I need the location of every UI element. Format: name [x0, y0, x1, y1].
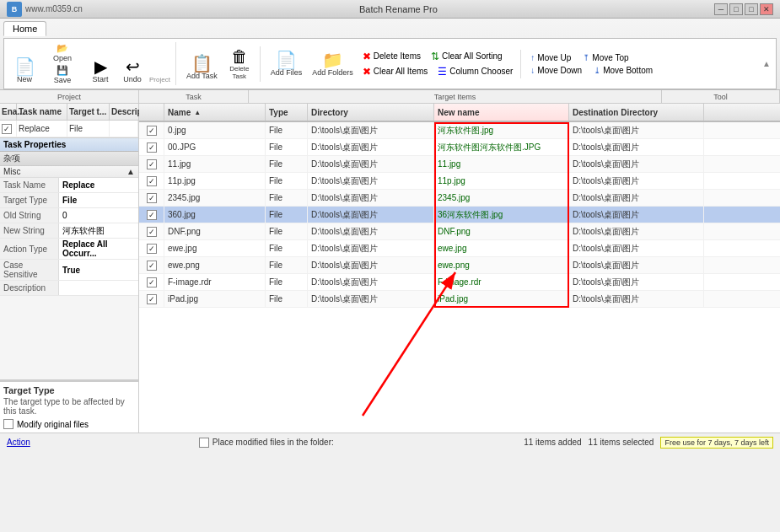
undo-icon: ↩ [126, 58, 140, 75]
target-row-1: ✖ Delete Items ⇅ Clear All Sorting [360, 50, 516, 63]
place-modified-checkbox[interactable] [199, 438, 209, 448]
delete-task-button[interactable]: 🗑 DeleteTask [224, 46, 255, 82]
file-row[interactable]: 11.jpgFileD:\tools\桌面\图片11.jpgD:\tools\桌… [139, 156, 780, 173]
file-destdir-cell: D:\tools\桌面\图片 [569, 190, 704, 206]
file-header-dir[interactable]: Directory [308, 104, 434, 121]
delete-items-label: Delete Items [374, 51, 421, 61]
file-row[interactable]: 2345.jpgFileD:\tools\桌面\图片2345.jpgD:\too… [139, 190, 780, 207]
file-row[interactable]: 00.JPGFileD:\tools\桌面\图片河东软件图河东软件图.JPGD:… [139, 139, 780, 156]
new-button[interactable]: 📄 New [9, 56, 40, 85]
title-bar: B www.m0359.cn Batch Rename Pro ─ □ □ ✕ [0, 0, 780, 19]
main-area: Ena... Task name Target t... Description… [0, 104, 780, 433]
clear-items-icon: ✖ [363, 66, 371, 78]
add-folders-button[interactable]: 📁 Add Folders [309, 50, 357, 78]
save-label: Save [54, 76, 72, 84]
section-project: Project [0, 90, 139, 103]
file-name-cell: 11.jpg [164, 156, 266, 172]
target-type-title: Target Type [3, 385, 135, 395]
file-header-destdir[interactable]: Destination Directory [569, 104, 704, 121]
prop-row-targettype: Target Type File [0, 193, 138, 208]
file-row[interactable]: DNF.pngFileD:\tools\桌面\图片DNF.pngD:\tools… [139, 223, 780, 240]
task-prop-section-misc-cn: 杂项 [0, 152, 138, 166]
file-header-newname[interactable]: New name [434, 104, 569, 121]
toolbar-scroll-right[interactable]: ▲ [762, 59, 771, 68]
move-bottom-icon: ⤓ [594, 66, 600, 75]
file-row[interactable]: ewe.jpgFileD:\tools\桌面\图片ewe.jpgD:\tools… [139, 240, 780, 257]
column-chooser-label: Column Chooser [449, 67, 513, 76]
file-row[interactable]: iPad.jpgFileD:\tools\桌面\图片iPad.jpgD:\too… [139, 291, 780, 308]
file-header-name[interactable]: Name ▲ [164, 104, 266, 121]
restore-btn[interactable]: □ [729, 3, 743, 15]
file-destdir-cell: D:\tools\桌面\图片 [569, 122, 704, 138]
task-desc-cell [110, 121, 138, 137]
prop-val-actiontype: Replace All Occurr... [59, 239, 138, 259]
file-header-check [139, 104, 164, 121]
file-destdir-cell: D:\tools\桌面\图片 [569, 240, 704, 256]
add-files-button[interactable]: 📄 Add Files [267, 50, 306, 78]
file-row[interactable]: ewe.pngFileD:\tools\桌面\图片ewe.pngD:\tools… [139, 257, 780, 274]
items-added-label: 11 items added [524, 438, 581, 447]
file-newname-cell: F-image.rdr [434, 274, 569, 290]
clear-sorting-icon: ⇅ [431, 51, 439, 62]
file-checkbox[interactable] [147, 159, 157, 169]
close-btn[interactable]: ✕ [760, 3, 773, 15]
prop-row-casesens: Case Sensitive True [0, 260, 138, 281]
file-check-cell [139, 156, 164, 172]
file-checkbox[interactable] [147, 244, 157, 254]
prop-row-oldstring: Old String 0 [0, 208, 138, 223]
file-row[interactable]: 0.jpgFileD:\tools\桌面\图片河东软件图.jpgD:\tools… [139, 122, 780, 139]
file-destdir-cell: D:\tools\桌面\图片 [569, 274, 704, 290]
task-row[interactable]: Replace File [0, 121, 138, 137]
tab-home[interactable]: Home [3, 21, 46, 36]
open-button[interactable]: 📂 Open [41, 42, 83, 63]
maximize-btn[interactable]: □ [745, 3, 758, 15]
file-checkbox[interactable] [147, 227, 157, 237]
file-checkbox[interactable] [147, 261, 157, 271]
file-header-type[interactable]: Type [266, 104, 308, 121]
file-row[interactable]: 360.jpgFileD:\tools\桌面\图片36河东软件图.jpgD:\t… [139, 207, 780, 223]
action-link[interactable]: Action [7, 438, 30, 447]
move-up-button[interactable]: ↑ Move Up [528, 52, 573, 63]
file-name-cell: 0.jpg [164, 122, 266, 138]
undo-button[interactable]: ↩ Undo [117, 56, 148, 85]
file-name-cell: DNF.png [164, 223, 266, 239]
section-target: Target Items [249, 90, 662, 103]
file-checkbox[interactable] [147, 210, 157, 220]
file-checkbox[interactable] [147, 176, 157, 186]
toolbar: Home 📄 New 📂 Open 💾 Save ▶ Start [0, 19, 780, 90]
move-top-button[interactable]: ⤒ Move Top [580, 52, 631, 63]
delete-items-button[interactable]: ✖ Delete Items [360, 50, 423, 63]
start-button[interactable]: ▶ Start [85, 56, 116, 85]
clear-all-items-button[interactable]: ✖ Clear All Items [360, 65, 430, 78]
start-icon: ▶ [94, 58, 107, 75]
window-controls: ─ □ □ ✕ [714, 3, 773, 15]
project-label: Project [149, 76, 170, 83]
place-modified-row: Place modified files in the folder: [199, 438, 334, 448]
prop-key-targettype: Target Type [0, 193, 59, 207]
prop-key-newstring: New String [0, 223, 59, 238]
file-dir-cell: D:\tools\桌面\图片 [308, 274, 434, 290]
file-checkbox[interactable] [147, 142, 157, 153]
move-down-button[interactable]: ↓ Move Down [528, 65, 584, 76]
delete-task-icon: 🗑 [231, 48, 248, 65]
file-row[interactable]: F-image.rdrFileD:\tools\桌面\图片F-image.rdr… [139, 274, 780, 291]
open-label: Open [53, 54, 72, 62]
task-enabled-checkbox[interactable] [2, 124, 12, 134]
save-button[interactable]: 💾 Save [41, 64, 83, 85]
minimize-btn[interactable]: ─ [714, 3, 728, 15]
task-panel: Ena... Task name Target t... Description… [0, 104, 139, 433]
move-bottom-button[interactable]: ⤓ Move Bottom [591, 65, 655, 76]
column-chooser-button[interactable]: ☰ Column Chooser [435, 65, 515, 78]
prop-row-newstring: New String 河东软件图 [0, 223, 138, 239]
file-check-cell [139, 139, 164, 155]
add-task-button[interactable]: 📋 Add Task [183, 53, 221, 82]
file-checkbox[interactable] [147, 277, 157, 287]
file-row[interactable]: 11p.jpgFileD:\tools\桌面\图片11p.jpgD:\tools… [139, 173, 780, 190]
file-checkbox[interactable] [147, 126, 157, 136]
modify-original-checkbox[interactable] [3, 419, 13, 429]
column-chooser-icon: ☰ [438, 66, 447, 78]
file-checkbox[interactable] [147, 193, 157, 203]
file-checkbox[interactable] [147, 294, 157, 304]
clear-all-sorting-button[interactable]: ⇅ Clear All Sorting [428, 50, 505, 63]
task-prop-section-misc[interactable]: Misc ▲ [0, 166, 138, 178]
